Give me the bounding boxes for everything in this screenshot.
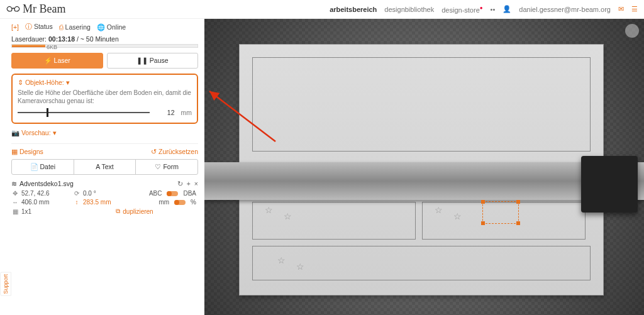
online-item: 🌐 Online	[97, 23, 126, 31]
file-properties: ✥52.7, 42.6 ⟳0.0 ° ABCDBA ↔406.0 mm ↕283…	[11, 190, 198, 217]
rotate-icon: ⟳	[73, 190, 80, 197]
width-icon: ↔	[11, 199, 19, 206]
duplicate-icon: ⧉	[116, 207, 120, 215]
nav-design-store[interactable]: design-store●	[441, 5, 482, 14]
position-icon: ✥	[11, 190, 19, 197]
lasering-item: ⎙ Lasering	[59, 23, 91, 31]
rotation-value: 0.0 °	[83, 190, 96, 197]
nav-designbibliothek[interactable]: designbibliothek	[384, 6, 434, 13]
zoom-control[interactable]	[625, 24, 639, 38]
gantry-rail	[204, 162, 644, 200]
status-row: [+] ⓘ Status ⎙ Lasering 🌐 Online	[11, 23, 198, 31]
pause-button[interactable]: ❚❚ Pause	[107, 53, 199, 69]
dba-label: DBA	[183, 190, 196, 197]
menu-icon[interactable]: ☰	[631, 5, 638, 13]
reset-button[interactable]: ↺ Zurücksetzen	[151, 148, 198, 155]
nav-user-email[interactable]: daniel.gessner@mr-beam.org	[519, 6, 611, 13]
laser-button[interactable]: ⚡ Laser	[11, 53, 103, 69]
top-nav: arbeitsbereich designbibliothek design-s…	[330, 5, 638, 14]
laser-head	[581, 156, 638, 213]
selection-box[interactable]	[482, 201, 519, 224]
height-value: 12	[156, 109, 175, 116]
file-size: 6KB	[47, 44, 57, 50]
duplicate-button[interactable]: duplizieren	[123, 208, 153, 215]
action-buttons: ⚡ Laser ❚❚ Pause	[11, 53, 198, 69]
nav-arbeitsbereich[interactable]: arbeitsbereich	[330, 6, 377, 13]
pct-label: %	[191, 199, 196, 206]
position-value: 52.7, 42.6	[21, 190, 49, 197]
top-bar: Mr Beam arbeitsbereich designbibliothek …	[0, 0, 644, 19]
nav-more[interactable]: ••	[491, 6, 496, 13]
layers-icon: ≋	[11, 180, 17, 187]
unit-toggle[interactable]	[174, 200, 186, 205]
height-unit: mm	[181, 109, 192, 116]
abc-label: ABC	[149, 190, 162, 197]
work-area-preview[interactable]: ☆ ☆ ☆ ☆ ☆ ☆	[204, 19, 644, 315]
tab-shape[interactable]: ♡ Form	[136, 160, 197, 174]
estimated-time: ~ 50 Minuten	[80, 35, 119, 43]
sidebar: [+] ⓘ Status ⎙ Lasering 🌐 Online Laserda…	[0, 19, 204, 315]
mm-label: mm	[158, 199, 169, 206]
preview-section-toggle[interactable]: 📷 Vorschau: ▾	[11, 129, 198, 137]
object-height-title[interactable]: ⇕ Objekt-Höhe: ▾	[18, 79, 192, 86]
designs-header: ▦ Designs ↺ Zurücksetzen	[11, 143, 198, 155]
grid-icon: ▦	[11, 208, 19, 215]
tab-file[interactable]: 📄 Datei	[12, 160, 74, 174]
progress-bar: 6KB	[11, 44, 198, 48]
tab-text[interactable]: A Text	[74, 160, 136, 174]
height-slider[interactable]: 12 mm	[18, 109, 192, 116]
user-icon: 👤	[502, 5, 511, 13]
elapsed-time: 00:13:18	[48, 35, 75, 43]
status-item[interactable]: ⓘ Status	[25, 23, 53, 31]
designs-label[interactable]: ▦ Designs	[11, 148, 43, 155]
design-file-block: ≋ Adventsdeko1.svg ↻ + × ✥52.7, 42.6 ⟳0.…	[11, 180, 198, 221]
mail-icon[interactable]: ✉	[618, 5, 624, 13]
height-value: 283.5 mm	[83, 199, 111, 206]
support-tab[interactable]: Support	[0, 272, 11, 296]
file-name: Adventsdeko1.svg	[19, 180, 74, 187]
text-direction-toggle[interactable]	[167, 191, 178, 196]
glasses-icon	[6, 5, 20, 14]
slider-handle[interactable]	[47, 108, 48, 117]
add-design-tabs: 📄 Datei A Text ♡ Form	[11, 159, 198, 175]
close-icon[interactable]: ×	[194, 180, 198, 187]
grid-value: 1x1	[21, 208, 31, 215]
expand-toggle[interactable]: [+]	[11, 23, 19, 31]
duration-row: Laserdauer: 00:13:18 / ~ 50 Minuten	[11, 35, 198, 43]
object-height-description: Stelle die Höhe der Oberfläche über dem …	[18, 89, 192, 105]
progress-row: 6KB	[11, 44, 198, 48]
object-height-panel: ⇕ Objekt-Höhe: ▾ Stelle die Höhe der Obe…	[11, 74, 198, 124]
logo-text: Mr Beam	[23, 3, 65, 16]
add-icon[interactable]: +	[187, 180, 191, 187]
height-icon: ↕	[73, 199, 80, 206]
refresh-icon[interactable]: ↻	[177, 180, 183, 187]
width-value: 406.0 mm	[21, 199, 49, 206]
